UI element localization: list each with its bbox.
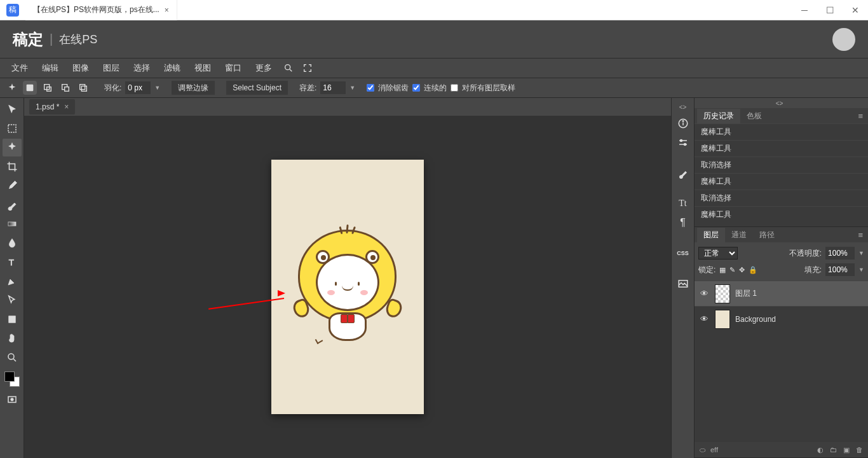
- user-avatar[interactable]: [832, 28, 855, 51]
- color-swatch[interactable]: [4, 371, 20, 387]
- layer-item[interactable]: 👁 Background: [695, 306, 868, 331]
- link-layers-icon[interactable]: ⬭: [700, 446, 705, 454]
- tab-channels[interactable]: 通道: [725, 228, 753, 242]
- css-panel-icon[interactable]: CSS: [674, 246, 692, 261]
- menu-select[interactable]: 选择: [127, 60, 156, 76]
- lock-transparency-icon[interactable]: ▦: [719, 266, 726, 274]
- history-item[interactable]: 取消选择: [695, 156, 868, 173]
- fullscreen-icon[interactable]: [299, 59, 316, 77]
- refine-edge-button[interactable]: 调整边缘: [172, 81, 215, 95]
- new-layer-icon[interactable]: ▣: [843, 446, 850, 454]
- blend-mode-select[interactable]: 正常: [698, 247, 738, 260]
- tab-close-icon[interactable]: ×: [165, 6, 169, 15]
- new-group-icon[interactable]: 🗀: [830, 446, 837, 454]
- tab-swatches[interactable]: 色板: [740, 109, 768, 123]
- layer-visibility-icon[interactable]: 👁: [698, 289, 710, 298]
- svg-rect-8: [81, 86, 86, 91]
- image-panel-icon[interactable]: [674, 276, 692, 291]
- search-icon[interactable]: [280, 59, 297, 77]
- foreground-color[interactable]: [4, 371, 15, 382]
- path-select-tool[interactable]: [3, 291, 22, 309]
- crop-tool[interactable]: [3, 158, 22, 176]
- feather-dropdown-icon[interactable]: ▼: [154, 85, 160, 91]
- zoom-tool[interactable]: [3, 349, 22, 366]
- brand-product: 在线PS: [59, 32, 97, 47]
- layer-effects-icon[interactable]: eff: [710, 446, 718, 454]
- fill-dropdown-icon[interactable]: ▼: [858, 267, 864, 273]
- canvas[interactable]: [271, 160, 424, 414]
- menu-image[interactable]: 图像: [66, 60, 95, 76]
- panel-collapse-right-icon[interactable]: <>: [695, 98, 868, 108]
- minimize-button[interactable]: ─: [792, 0, 817, 20]
- delete-layer-icon[interactable]: 🗑: [856, 446, 863, 454]
- tab-history[interactable]: 历史记录: [697, 109, 740, 123]
- lock-paint-icon[interactable]: ✎: [729, 266, 735, 274]
- menu-filter[interactable]: 滤镜: [158, 60, 187, 76]
- layers-panel-menu-icon[interactable]: ≡: [855, 230, 865, 240]
- brush-panel-icon[interactable]: [674, 165, 692, 181]
- history-item[interactable]: 魔棒工具: [695, 140, 868, 156]
- layer-visibility-icon[interactable]: 👁: [698, 314, 710, 324]
- history-item[interactable]: 魔棒工具: [695, 206, 868, 223]
- lock-all-icon[interactable]: 🔒: [749, 266, 757, 274]
- tab-layers[interactable]: 图层: [697, 228, 725, 242]
- tolerance-input[interactable]: [320, 81, 346, 94]
- hand-tool[interactable]: [3, 330, 22, 347]
- tolerance-dropdown-icon[interactable]: ▼: [349, 85, 355, 91]
- select-subject-button[interactable]: Select Subject: [226, 81, 288, 95]
- antialias-checkbox[interactable]: [367, 84, 374, 92]
- history-list: 魔棒工具 魔棒工具 取消选择 魔棒工具 取消选择 魔棒工具: [695, 123, 868, 226]
- svg-rect-9: [8, 125, 16, 132]
- menu-view[interactable]: 视图: [188, 60, 217, 76]
- tab-paths[interactable]: 路径: [753, 228, 781, 242]
- menu-more[interactable]: 更多: [249, 60, 278, 76]
- history-item[interactable]: 魔棒工具: [695, 123, 868, 140]
- brush-tool[interactable]: [3, 196, 22, 214]
- fill-input[interactable]: [825, 263, 855, 276]
- info-panel-icon[interactable]: [674, 116, 692, 131]
- move-tool[interactable]: [3, 101, 22, 118]
- menu-file[interactable]: 文件: [5, 60, 34, 76]
- feather-input[interactable]: [125, 81, 151, 94]
- sample-all-checkbox[interactable]: [451, 84, 458, 92]
- contiguous-checkbox[interactable]: [412, 84, 420, 92]
- close-button[interactable]: ✕: [843, 0, 868, 20]
- panel-collapse-icon[interactable]: <>: [672, 102, 695, 112]
- blur-tool[interactable]: [3, 234, 22, 252]
- gradient-tool[interactable]: [3, 215, 22, 233]
- opacity-dropdown-icon[interactable]: ▼: [858, 250, 864, 256]
- selection-subtract-icon[interactable]: [58, 81, 72, 95]
- canvas-viewport[interactable]: [24, 116, 671, 458]
- character-panel-icon[interactable]: Tt: [674, 196, 692, 211]
- pen-tool[interactable]: [3, 272, 22, 290]
- eyedropper-tool[interactable]: [3, 177, 22, 195]
- add-mask-icon[interactable]: ◐: [817, 446, 824, 454]
- menu-edit[interactable]: 编辑: [36, 60, 65, 76]
- shape-tool[interactable]: [3, 310, 22, 328]
- selection-intersect-icon[interactable]: [76, 81, 90, 95]
- history-item[interactable]: 取消选择: [695, 190, 868, 206]
- opacity-input[interactable]: [825, 247, 855, 260]
- wand-tool-icon[interactable]: [5, 81, 19, 95]
- contiguous-label: 连续的: [424, 83, 447, 94]
- paragraph-panel-icon[interactable]: ¶: [674, 215, 692, 230]
- type-tool[interactable]: T: [3, 253, 22, 271]
- magic-wand-tool[interactable]: [3, 139, 22, 156]
- layer-item[interactable]: 👁 图层 1: [695, 281, 868, 306]
- brand-name: 稿定: [13, 29, 43, 50]
- canvas-artwork: [297, 230, 398, 344]
- menu-layer[interactable]: 图层: [97, 60, 126, 76]
- selection-add-icon[interactable]: [41, 81, 55, 95]
- adjustments-panel-icon[interactable]: [674, 135, 692, 150]
- selection-new-icon[interactable]: [23, 81, 37, 95]
- document-tab-close-icon[interactable]: ×: [64, 102, 69, 111]
- marquee-tool[interactable]: [3, 120, 22, 137]
- history-item[interactable]: 魔棒工具: [695, 173, 868, 190]
- menu-window[interactable]: 窗口: [219, 60, 248, 76]
- document-tab[interactable]: 1.psd * ×: [29, 99, 75, 114]
- browser-tab[interactable]: 【在线PS】PS软件网页版，ps在线... ×: [25, 0, 177, 20]
- lock-move-icon[interactable]: ✥: [739, 266, 745, 274]
- maximize-button[interactable]: ☐: [817, 0, 843, 20]
- quickmask-tool[interactable]: [3, 391, 22, 408]
- panel-menu-icon[interactable]: ≡: [855, 111, 865, 121]
